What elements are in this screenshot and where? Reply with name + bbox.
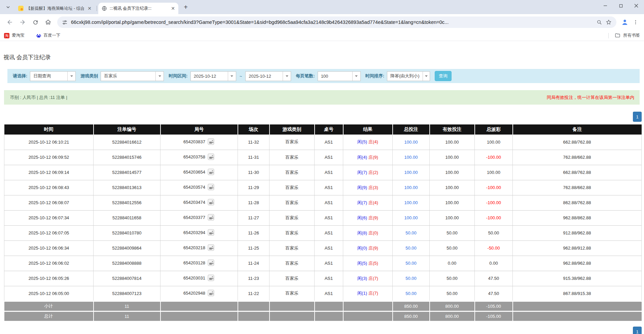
result-banker: 庄(7) <box>368 291 378 296</box>
header-time: 时间 <box>4 124 94 135</box>
cell-table-no: AS1 <box>315 225 343 240</box>
result-banker: 庄(0) <box>368 230 378 235</box>
bookmark-aitaobao[interactable]: 淘 爱淘宝 <box>4 33 25 38</box>
cell-time: 2025-10-12 06:08:43 <box>4 180 94 195</box>
total-bet-link[interactable]: 50.00 <box>405 261 417 266</box>
video-record-icon[interactable] <box>207 168 215 177</box>
cell-game-type: 百家乐 <box>270 165 315 180</box>
cell-remark: 762.88/662.88 <box>513 150 642 165</box>
page-size-select[interactable]: 100 <box>318 71 361 81</box>
table-row: 2025-10-12 06:08:07 522884012556 6542034… <box>4 195 642 210</box>
subtotal-count: 11 <box>94 301 160 311</box>
header-bet-no: 注单编号 <box>94 124 160 135</box>
cell-time: 2025-10-12 06:10:21 <box>4 135 94 150</box>
video-record-icon[interactable] <box>207 183 215 192</box>
bookmark-baidu[interactable]: 百度一下 <box>36 33 61 38</box>
sort-select[interactable]: 降幂(由大到小) <box>387 71 430 81</box>
close-window-button[interactable] <box>629 0 644 11</box>
table-row: 2025-10-12 06:09:52 522884015746 6542037… <box>4 150 642 165</box>
cell-total-bet: 100.00 <box>393 195 430 210</box>
tab-forum[interactable]: 【新提醒】海燕策略论坛 - 综合 ✕ <box>15 3 95 14</box>
video-record-icon[interactable] <box>207 229 215 237</box>
total-bet-link[interactable]: 100.00 <box>404 200 418 205</box>
cell-payout: 47.50 <box>475 271 513 286</box>
total-bet-link[interactable]: 100.00 <box>404 185 418 190</box>
cell-valid-bet: 100.00 <box>430 165 475 180</box>
video-record-icon[interactable] <box>207 289 215 298</box>
cell-result: 闲(3)庄(7) <box>343 271 393 286</box>
pagination-page-1-top[interactable]: 1 <box>633 112 642 122</box>
close-tab-icon[interactable]: ✕ <box>170 6 176 11</box>
cell-payout: 100.00 <box>475 165 513 180</box>
cell-remark: 862.88/762.88 <box>513 195 642 210</box>
total-bet-link[interactable]: 100.00 <box>404 155 418 160</box>
cell-round-no: 654203758 <box>160 150 238 165</box>
date-to-select[interactable]: 2025-10-12 <box>245 71 291 81</box>
cell-remark: 867.88/915.38 <box>513 286 642 301</box>
cell-table-no: AS1 <box>315 210 343 225</box>
forward-button[interactable] <box>16 16 29 29</box>
result-banker: 庄(4) <box>368 200 378 205</box>
bookmarks-bar: 淘 爱淘宝 百度一下 所有书签 <box>0 30 644 41</box>
bookmark-label: 爱淘宝 <box>12 33 25 38</box>
cell-bet-no: 522884007814 <box>94 271 160 286</box>
video-record-icon[interactable] <box>207 259 215 267</box>
cell-round-no: 654203474 <box>160 195 238 210</box>
video-record-icon[interactable] <box>207 274 215 283</box>
cell-session: 11-32 <box>238 135 270 150</box>
cell-result: 闲(6)庄(9) <box>343 210 393 225</box>
pagination-page-1-bottom[interactable]: 1 <box>633 327 642 334</box>
bookmark-star-icon[interactable] <box>606 19 612 25</box>
subtotal-label: 小计 <box>4 301 94 311</box>
cell-bet-no: 522884014577 <box>94 165 160 180</box>
minimize-button[interactable] <box>598 0 613 11</box>
tab-search-button[interactable] <box>3 2 13 12</box>
search-button[interactable]: 查询 <box>435 71 452 81</box>
filter-bar: 请选择: 日期查询 游戏类别 百家乐 时间区间: 2025-10-12 ~ 20… <box>7 69 640 83</box>
video-record-icon[interactable] <box>207 214 215 222</box>
url-text[interactable]: 66cxkj98.com/ipl/portal.php/game/betreco… <box>71 20 593 25</box>
total-bet-link[interactable]: 50.00 <box>405 246 417 251</box>
total-bet-link[interactable]: 100.00 <box>404 140 418 145</box>
total-bet-link[interactable]: 100.00 <box>404 215 418 220</box>
video-record-icon[interactable] <box>207 244 215 252</box>
close-tab-icon[interactable]: ✕ <box>87 6 92 11</box>
all-bookmarks-button[interactable]: 所有书签 <box>608 33 640 38</box>
cell-time: 2025-10-12 06:05:00 <box>4 286 94 301</box>
profile-avatar[interactable] <box>619 16 631 28</box>
video-record-icon[interactable] <box>207 198 215 207</box>
query-mode-select[interactable]: 日期查询 <box>30 71 76 81</box>
reload-button[interactable] <box>29 16 42 29</box>
cell-total-bet: 50.00 <box>393 286 430 301</box>
tab-bet-records[interactable]: :::视讯 会员下注纪录::: ✕ <box>98 3 178 14</box>
cell-valid-bet: 50.00 <box>430 240 475 256</box>
cell-session: 11-30 <box>238 165 270 180</box>
header-result: 结果 <box>343 124 393 135</box>
cell-bet-no: 522884012556 <box>94 195 160 210</box>
new-tab-button[interactable]: + <box>181 2 190 12</box>
total-valid-bet: 800.00 <box>430 311 475 321</box>
cell-time: 2025-10-12 06:06:34 <box>4 240 94 256</box>
total-bet-link[interactable]: 50.00 <box>405 291 417 296</box>
url-bar[interactable]: 66cxkj98.com/ipl/portal.php/game/betreco… <box>57 16 616 28</box>
total-label: 总计 <box>4 311 94 321</box>
browser-menu-button[interactable] <box>631 16 641 28</box>
maximize-button[interactable] <box>613 0 629 11</box>
zoom-icon[interactable] <box>597 20 602 25</box>
video-record-icon[interactable] <box>207 153 215 161</box>
cell-game-type: 百家乐 <box>270 256 315 271</box>
date-from-select[interactable]: 2025-10-12 <box>190 71 236 81</box>
back-button[interactable] <box>3 16 16 29</box>
site-settings-icon[interactable] <box>62 20 68 25</box>
total-bet-link[interactable]: 100.00 <box>404 170 418 175</box>
home-button[interactable] <box>42 16 55 29</box>
total-bet-link[interactable]: 50.00 <box>405 276 417 281</box>
cell-table-no: AS1 <box>315 180 343 195</box>
result-banker: 庄(2) <box>368 170 378 175</box>
cell-session: 11-24 <box>238 256 270 271</box>
total-bet-link[interactable]: 50.00 <box>405 230 417 235</box>
cell-payout: -100.00 <box>475 180 513 195</box>
game-type-select[interactable]: 百家乐 <box>101 71 164 81</box>
video-record-icon[interactable] <box>207 138 215 146</box>
page-title: 视讯 会员下注纪录 <box>3 53 51 61</box>
